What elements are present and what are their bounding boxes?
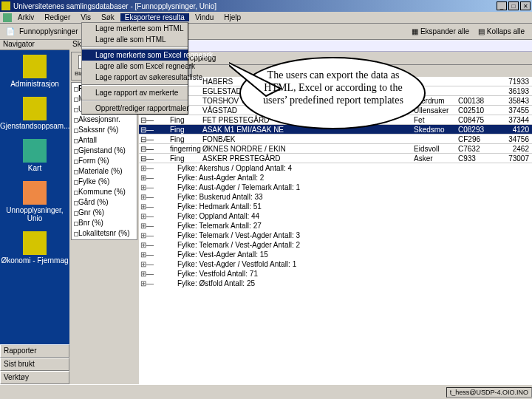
summary-row[interactable]: ⊞—Fylke: Telemark Antall: 27 [139, 221, 532, 231]
close-button[interactable]: ✕ [520, 1, 531, 10]
svg-rect-0 [23, 55, 47, 78]
sidebar-btn-rapporter[interactable]: Rapporter [0, 344, 69, 358]
dd-item-4[interactable]: Lage rapport av søkeresultatliste [82, 72, 188, 83]
maximize-button[interactable]: □ [508, 1, 519, 10]
summary-row[interactable]: ⊞—Fylke: Telemark / Vest-Agder Antall: 2 [139, 240, 532, 250]
svg-rect-3 [23, 181, 47, 205]
sidebar: Navigator Administrasjon Gjenstandsoppsa… [0, 40, 69, 384]
kollaps-alle[interactable]: ▤ Kollaps alle [474, 27, 529, 35]
summary-row[interactable]: ⊞—Fylke: Vest-Agder / Vestfold Antall: 1 [139, 259, 532, 269]
sidebar-item-0[interactable]: Administrasjon [0, 50, 69, 92]
menu-vindu[interactable]: Vindu [191, 13, 218, 21]
sidebar-item-1[interactable]: Gjenstandsoppsam... [0, 92, 69, 134]
menu-rediger[interactable]: Rediger [40, 13, 75, 21]
list-icon [23, 181, 47, 205]
dd-item-3[interactable]: Lagre alle som Excel regneark [82, 61, 188, 72]
menu-icon [3, 13, 12, 22]
app-icon [1, 1, 10, 10]
summary-row[interactable]: ⊞—Fylke: Oppland Antall: 44 [139, 211, 532, 221]
field-row[interactable]: Fylke (%) [72, 177, 136, 187]
sidebar-btn-sistbrukt[interactable]: Sist brukt [0, 358, 69, 371]
map-icon [23, 139, 47, 163]
menu-sok[interactable]: Søk [97, 13, 119, 21]
ekspander-alle[interactable]: ▦ Ekspander alle [407, 27, 474, 35]
field-row[interactable]: Antall [72, 135, 136, 146]
table-row[interactable]: ⊟—FingASKER PRESTEGÅRDAskerC93373007 [139, 154, 532, 163]
menu-eksportere[interactable]: Eksportere resulta [120, 13, 189, 21]
svg-rect-1 [23, 97, 47, 120]
summary-row[interactable]: ⊞—Fylke: Aust-Agder / Telemark Antall: 1 [139, 183, 532, 192]
summary-row[interactable]: ⊞—Fylke: Vestfold Antall: 71 [139, 269, 532, 279]
sidebar-btn-verktoy[interactable]: Verktøy [0, 371, 69, 384]
field-row[interactable]: Sakssnr (%) [72, 125, 136, 135]
dd-item-0[interactable]: Lagre merkerte som HTML [82, 23, 188, 34]
folder-icon [23, 97, 47, 120]
dd-item-1[interactable]: Lagre alle som HTML [82, 34, 188, 45]
navigator-header: Navigator [0, 40, 69, 50]
eksportere-dropdown: Lagre merkerte som HTML Lagre alle som H… [81, 22, 188, 115]
taskbar-tray: t_hess@USDP-4.OIO.INO [446, 387, 532, 398]
deposit-icon [23, 231, 47, 255]
field-row[interactable]: Lokalitetsnr (%) [72, 228, 136, 239]
summary-row[interactable]: ⊞—Fylke: Aust-Agder Antall: 2 [139, 173, 532, 183]
summary-row[interactable]: ⊞—Fylke: Buskerud Antall: 33 [139, 192, 532, 202]
menu-vis[interactable]: Vis [76, 13, 95, 21]
sidebar-bottom: Rapporter Sist brukt Verktøy [0, 344, 69, 384]
callout-text: The users can export the data as HTML, E… [256, 69, 411, 106]
summary-row[interactable]: ⊞—Fylke: Hedmark Antall: 51 [139, 202, 532, 211]
minimize-button[interactable]: _ [497, 1, 507, 10]
field-row[interactable]: Aksesjonsnr. [72, 115, 136, 125]
title-bar: Universitetenes samlingsdatabaser - [Fun… [0, 0, 532, 12]
tool-item-icon[interactable]: 📄 [3, 27, 18, 36]
field-row[interactable]: Form (%) [72, 156, 136, 166]
sidebar-item-2[interactable]: Kart [0, 134, 69, 177]
tool-item-label: Funnopplysninger [19, 27, 78, 35]
main-lightbar [139, 40, 532, 52]
field-row[interactable]: Gjenstand (%) [72, 146, 136, 156]
menu-arkiv[interactable]: Arkiv [13, 13, 38, 21]
taskbar: t_hess@USDP-4.OIO.INO [0, 384, 532, 399]
field-row[interactable]: Gnr (%) [72, 208, 136, 218]
key-icon [23, 55, 47, 78]
field-row[interactable]: Gård (%) [72, 197, 136, 208]
field-row[interactable]: Bnr (%) [72, 218, 136, 228]
dd-item-5[interactable]: Lage rapport av merkerte [82, 87, 188, 98]
svg-rect-4 [23, 231, 47, 255]
sidebar-item-3[interactable]: Unnopplysninger, Unio [0, 177, 69, 227]
summary-row[interactable]: ⊞—Fylke: Telemark / Vest-Agder Antall: 3 [139, 231, 532, 240]
field-row[interactable]: Materiale (%) [72, 166, 136, 177]
svg-rect-2 [23, 139, 47, 163]
dd-item-6[interactable]: Opprett/rediger rapportmaler [82, 103, 188, 114]
window-title: Universitetenes samlingsdatabaser - [Fun… [13, 2, 216, 10]
field-row[interactable]: Kommune (%) [72, 187, 136, 197]
menu-bar: Arkiv Rediger Vis Søk Eksportere resulta… [0, 12, 532, 24]
summary-row[interactable]: ⊞—Fylke: Vest-Agder Antall: 15 [139, 250, 532, 259]
table-row[interactable]: ⊟—fingerringØKNES NORDRE / EKINEidsvollC… [139, 144, 532, 154]
summary-row[interactable]: ⊞—Fylke: Akershus / Oppland Antall: 4 [139, 163, 532, 173]
menu-hjelp[interactable]: Hjelp [219, 13, 245, 21]
dd-item-2[interactable]: Lagre merkerte som Excel regneark [82, 50, 188, 61]
summary-row[interactable]: ⊞—Fylke: Østfold Antall: 25 [139, 279, 532, 288]
sidebar-item-4[interactable]: Økonomi - Fjernmag [0, 227, 69, 269]
toolbar: 📄 Funnopplysninger ▦ Ekspander alle ▤ Ko… [0, 24, 532, 40]
table-row[interactable]: ⊟—FingFONBÆKCF29634756 [139, 134, 532, 144]
